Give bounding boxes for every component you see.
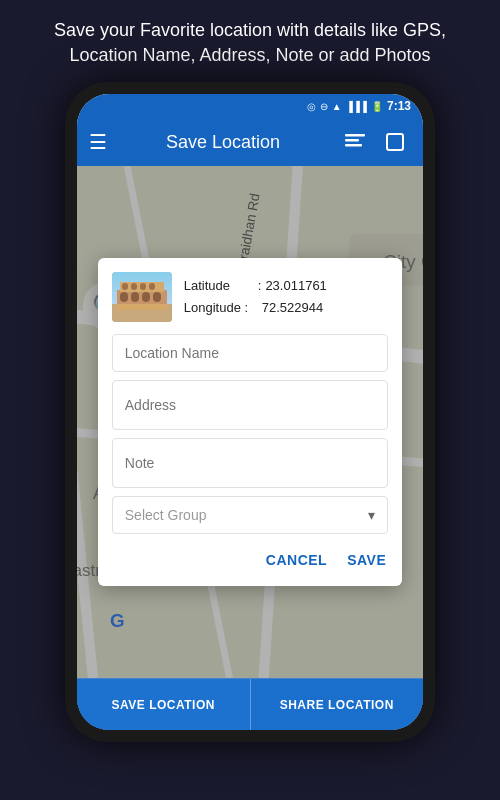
- dialog-overlay: Latitude : 23.011761 Longitude : 72.5229…: [77, 166, 423, 678]
- latitude-value: 23.011761: [265, 275, 326, 297]
- select-group-label: Select Group: [125, 507, 207, 523]
- dialog-actions: CANCEL SAVE: [112, 548, 388, 572]
- list-icon[interactable]: [339, 126, 371, 158]
- battery-icon: 🔋: [371, 101, 383, 112]
- svg-rect-0: [345, 134, 365, 137]
- svg-rect-29: [120, 292, 128, 302]
- svg-rect-3: [387, 134, 403, 150]
- svg-rect-34: [122, 283, 128, 290]
- top-banner: Save your Favorite location with details…: [0, 0, 500, 82]
- latitude-label: Latitude: [184, 275, 254, 297]
- share-location-button[interactable]: SHARE LOCATION: [251, 679, 424, 730]
- app-bar-title: Save Location: [117, 132, 329, 153]
- minus-icon: ⊖: [320, 101, 328, 112]
- save-location-dialog: Latitude : 23.011761 Longitude : 72.5229…: [98, 258, 402, 586]
- address-input[interactable]: [112, 380, 388, 430]
- status-icons: ◎ ⊖ ▲ ▐▐▐ 🔋 7:13: [307, 99, 411, 113]
- svg-rect-31: [142, 292, 150, 302]
- signal-icon: ▐▐▐: [346, 101, 367, 112]
- latitude-row: Latitude : 23.011761: [184, 275, 327, 297]
- svg-rect-2: [345, 144, 362, 147]
- status-bar: ◎ ⊖ ▲ ▐▐▐ 🔋 7:13: [77, 94, 423, 118]
- location-name-input[interactable]: [112, 334, 388, 372]
- location-info-row: Latitude : 23.011761 Longitude : 72.5229…: [112, 272, 388, 322]
- banner-text: Save your Favorite location with details…: [54, 20, 446, 65]
- note-input[interactable]: [112, 438, 388, 488]
- hamburger-icon[interactable]: ☰: [89, 130, 107, 154]
- longitude-row: Longitude : 72.522944: [184, 297, 327, 319]
- location-thumbnail: [112, 272, 172, 322]
- app-bar-actions: [339, 126, 411, 158]
- phone-frame: ◎ ⊖ ▲ ▐▐▐ 🔋 7:13 ☰ Save Location: [65, 82, 435, 742]
- wifi-icon: ▲: [332, 101, 342, 112]
- gps-icon: ◎: [307, 101, 316, 112]
- chevron-down-icon: ▾: [368, 507, 375, 523]
- svg-rect-36: [140, 283, 146, 290]
- select-group-dropdown[interactable]: Select Group ▾: [112, 496, 388, 534]
- cancel-button[interactable]: CANCEL: [264, 548, 329, 572]
- app-bar: ☰ Save Location: [77, 118, 423, 166]
- longitude-value: 72.522944: [262, 297, 323, 319]
- save-button[interactable]: SAVE: [345, 548, 388, 572]
- coords-block: Latitude : 23.011761 Longitude : 72.5229…: [184, 275, 327, 319]
- svg-rect-30: [131, 292, 139, 302]
- svg-rect-35: [131, 283, 137, 290]
- svg-rect-37: [149, 283, 155, 290]
- phone-screen: ◎ ⊖ ▲ ▐▐▐ 🔋 7:13 ☰ Save Location: [77, 94, 423, 730]
- latitude-colon: :: [258, 275, 262, 297]
- longitude-label: Longitude :: [184, 297, 254, 319]
- svg-rect-1: [345, 139, 359, 142]
- map-area: City G... 🔍 Derasar Rd Vraidhan Rd astr …: [77, 166, 423, 678]
- svg-rect-32: [153, 292, 161, 302]
- square-icon[interactable]: [379, 126, 411, 158]
- save-location-button[interactable]: SAVE LOCATION: [77, 679, 251, 730]
- status-time: 7:13: [387, 99, 411, 113]
- bottom-bar: SAVE LOCATION SHARE LOCATION: [77, 678, 423, 730]
